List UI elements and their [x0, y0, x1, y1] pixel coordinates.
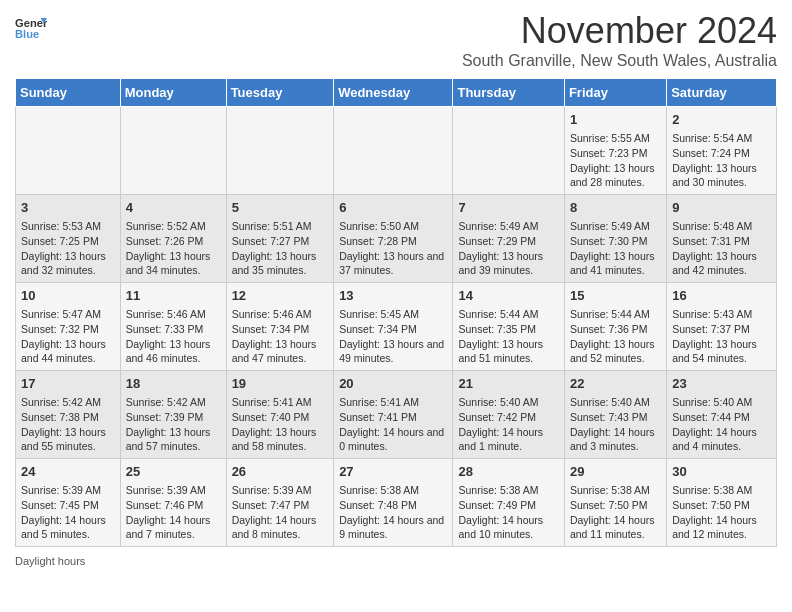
calendar-cell: 28Sunrise: 5:38 AM Sunset: 7:49 PM Dayli…: [453, 459, 564, 547]
calendar-cell: 22Sunrise: 5:40 AM Sunset: 7:43 PM Dayli…: [564, 371, 666, 459]
calendar-week-row: 3Sunrise: 5:53 AM Sunset: 7:25 PM Daylig…: [16, 195, 777, 283]
day-number: 14: [458, 287, 558, 305]
day-info: Sunrise: 5:40 AM Sunset: 7:42 PM Dayligh…: [458, 395, 558, 454]
day-number: 23: [672, 375, 771, 393]
svg-text:Blue: Blue: [15, 28, 39, 40]
calendar-cell: 16Sunrise: 5:43 AM Sunset: 7:37 PM Dayli…: [667, 283, 777, 371]
calendar-week-row: 24Sunrise: 5:39 AM Sunset: 7:45 PM Dayli…: [16, 459, 777, 547]
day-header-wednesday: Wednesday: [334, 79, 453, 107]
calendar-header-row: SundayMondayTuesdayWednesdayThursdayFrid…: [16, 79, 777, 107]
calendar-cell: [120, 107, 226, 195]
calendar-cell: 2Sunrise: 5:54 AM Sunset: 7:24 PM Daylig…: [667, 107, 777, 195]
day-info: Sunrise: 5:44 AM Sunset: 7:35 PM Dayligh…: [458, 307, 558, 366]
calendar-cell: 20Sunrise: 5:41 AM Sunset: 7:41 PM Dayli…: [334, 371, 453, 459]
day-number: 19: [232, 375, 329, 393]
day-header-friday: Friday: [564, 79, 666, 107]
calendar-table: SundayMondayTuesdayWednesdayThursdayFrid…: [15, 78, 777, 547]
day-info: Sunrise: 5:40 AM Sunset: 7:43 PM Dayligh…: [570, 395, 661, 454]
day-header-thursday: Thursday: [453, 79, 564, 107]
day-header-saturday: Saturday: [667, 79, 777, 107]
calendar-cell: 21Sunrise: 5:40 AM Sunset: 7:42 PM Dayli…: [453, 371, 564, 459]
calendar-cell: 11Sunrise: 5:46 AM Sunset: 7:33 PM Dayli…: [120, 283, 226, 371]
day-number: 1: [570, 111, 661, 129]
day-number: 12: [232, 287, 329, 305]
calendar-cell: 13Sunrise: 5:45 AM Sunset: 7:34 PM Dayli…: [334, 283, 453, 371]
day-number: 7: [458, 199, 558, 217]
day-info: Sunrise: 5:48 AM Sunset: 7:31 PM Dayligh…: [672, 219, 771, 278]
day-header-monday: Monday: [120, 79, 226, 107]
calendar-cell: 8Sunrise: 5:49 AM Sunset: 7:30 PM Daylig…: [564, 195, 666, 283]
day-info: Sunrise: 5:44 AM Sunset: 7:36 PM Dayligh…: [570, 307, 661, 366]
day-number: 9: [672, 199, 771, 217]
calendar-cell: 19Sunrise: 5:41 AM Sunset: 7:40 PM Dayli…: [226, 371, 334, 459]
logo-icon: General Blue: [15, 14, 47, 42]
day-number: 22: [570, 375, 661, 393]
calendar-week-row: 10Sunrise: 5:47 AM Sunset: 7:32 PM Dayli…: [16, 283, 777, 371]
day-info: Sunrise: 5:46 AM Sunset: 7:34 PM Dayligh…: [232, 307, 329, 366]
calendar-cell: [334, 107, 453, 195]
day-info: Sunrise: 5:42 AM Sunset: 7:39 PM Dayligh…: [126, 395, 221, 454]
day-number: 15: [570, 287, 661, 305]
day-number: 2: [672, 111, 771, 129]
day-info: Sunrise: 5:42 AM Sunset: 7:38 PM Dayligh…: [21, 395, 115, 454]
calendar-cell: 3Sunrise: 5:53 AM Sunset: 7:25 PM Daylig…: [16, 195, 121, 283]
day-info: Sunrise: 5:51 AM Sunset: 7:27 PM Dayligh…: [232, 219, 329, 278]
footer: Daylight hours: [15, 555, 777, 567]
day-number: 17: [21, 375, 115, 393]
day-info: Sunrise: 5:39 AM Sunset: 7:45 PM Dayligh…: [21, 483, 115, 542]
calendar-cell: 23Sunrise: 5:40 AM Sunset: 7:44 PM Dayli…: [667, 371, 777, 459]
day-info: Sunrise: 5:41 AM Sunset: 7:40 PM Dayligh…: [232, 395, 329, 454]
calendar-cell: 14Sunrise: 5:44 AM Sunset: 7:35 PM Dayli…: [453, 283, 564, 371]
calendar-body: 1Sunrise: 5:55 AM Sunset: 7:23 PM Daylig…: [16, 107, 777, 547]
calendar-cell: 30Sunrise: 5:38 AM Sunset: 7:50 PM Dayli…: [667, 459, 777, 547]
calendar-cell: 29Sunrise: 5:38 AM Sunset: 7:50 PM Dayli…: [564, 459, 666, 547]
day-info: Sunrise: 5:43 AM Sunset: 7:37 PM Dayligh…: [672, 307, 771, 366]
calendar-cell: 27Sunrise: 5:38 AM Sunset: 7:48 PM Dayli…: [334, 459, 453, 547]
calendar-cell: 6Sunrise: 5:50 AM Sunset: 7:28 PM Daylig…: [334, 195, 453, 283]
calendar-cell: 18Sunrise: 5:42 AM Sunset: 7:39 PM Dayli…: [120, 371, 226, 459]
day-info: Sunrise: 5:38 AM Sunset: 7:50 PM Dayligh…: [672, 483, 771, 542]
day-number: 18: [126, 375, 221, 393]
day-info: Sunrise: 5:47 AM Sunset: 7:32 PM Dayligh…: [21, 307, 115, 366]
day-info: Sunrise: 5:53 AM Sunset: 7:25 PM Dayligh…: [21, 219, 115, 278]
calendar-cell: 15Sunrise: 5:44 AM Sunset: 7:36 PM Dayli…: [564, 283, 666, 371]
day-info: Sunrise: 5:39 AM Sunset: 7:47 PM Dayligh…: [232, 483, 329, 542]
day-number: 10: [21, 287, 115, 305]
day-number: 16: [672, 287, 771, 305]
day-info: Sunrise: 5:49 AM Sunset: 7:30 PM Dayligh…: [570, 219, 661, 278]
day-number: 5: [232, 199, 329, 217]
day-info: Sunrise: 5:40 AM Sunset: 7:44 PM Dayligh…: [672, 395, 771, 454]
calendar-cell: 26Sunrise: 5:39 AM Sunset: 7:47 PM Dayli…: [226, 459, 334, 547]
calendar-week-row: 1Sunrise: 5:55 AM Sunset: 7:23 PM Daylig…: [16, 107, 777, 195]
calendar-cell: 12Sunrise: 5:46 AM Sunset: 7:34 PM Dayli…: [226, 283, 334, 371]
day-info: Sunrise: 5:38 AM Sunset: 7:49 PM Dayligh…: [458, 483, 558, 542]
day-number: 25: [126, 463, 221, 481]
daylight-label: Daylight hours: [15, 555, 85, 567]
day-info: Sunrise: 5:49 AM Sunset: 7:29 PM Dayligh…: [458, 219, 558, 278]
day-info: Sunrise: 5:38 AM Sunset: 7:50 PM Dayligh…: [570, 483, 661, 542]
calendar-cell: [453, 107, 564, 195]
calendar-cell: 5Sunrise: 5:51 AM Sunset: 7:27 PM Daylig…: [226, 195, 334, 283]
calendar-cell: [226, 107, 334, 195]
day-number: 6: [339, 199, 447, 217]
day-info: Sunrise: 5:52 AM Sunset: 7:26 PM Dayligh…: [126, 219, 221, 278]
logo: General Blue: [15, 14, 47, 42]
day-info: Sunrise: 5:50 AM Sunset: 7:28 PM Dayligh…: [339, 219, 447, 278]
calendar-cell: 24Sunrise: 5:39 AM Sunset: 7:45 PM Dayli…: [16, 459, 121, 547]
day-info: Sunrise: 5:38 AM Sunset: 7:48 PM Dayligh…: [339, 483, 447, 542]
day-number: 30: [672, 463, 771, 481]
calendar-cell: 4Sunrise: 5:52 AM Sunset: 7:26 PM Daylig…: [120, 195, 226, 283]
day-info: Sunrise: 5:54 AM Sunset: 7:24 PM Dayligh…: [672, 131, 771, 190]
header: General Blue November 2024 South Granvil…: [15, 10, 777, 70]
calendar-cell: 7Sunrise: 5:49 AM Sunset: 7:29 PM Daylig…: [453, 195, 564, 283]
day-number: 3: [21, 199, 115, 217]
title-area: November 2024 South Granville, New South…: [462, 10, 777, 70]
day-info: Sunrise: 5:39 AM Sunset: 7:46 PM Dayligh…: [126, 483, 221, 542]
day-number: 8: [570, 199, 661, 217]
calendar-cell: 17Sunrise: 5:42 AM Sunset: 7:38 PM Dayli…: [16, 371, 121, 459]
page-subtitle: South Granville, New South Wales, Austra…: [462, 52, 777, 70]
day-header-tuesday: Tuesday: [226, 79, 334, 107]
day-number: 27: [339, 463, 447, 481]
day-number: 20: [339, 375, 447, 393]
day-number: 11: [126, 287, 221, 305]
